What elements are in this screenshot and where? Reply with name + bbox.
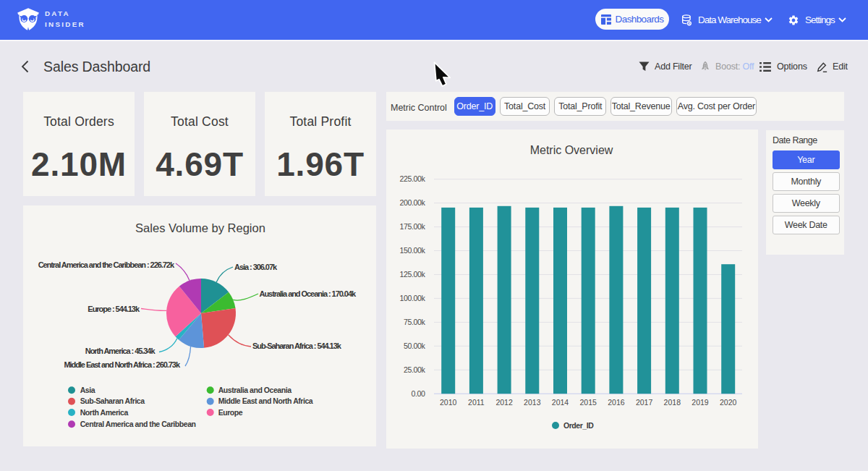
svg-text:2016: 2016 <box>608 398 625 407</box>
svg-text:2019: 2019 <box>692 398 709 407</box>
svg-text:125.00k: 125.00k <box>400 270 426 279</box>
svg-text:Metric Overview: Metric Overview <box>530 144 613 156</box>
svg-text:Middle East and North Africa :: Middle East and North Africa : 260.73k <box>64 360 181 369</box>
svg-text:2017: 2017 <box>636 398 653 407</box>
svg-text:2020: 2020 <box>720 398 737 407</box>
svg-text:Sub-Saharan Africa : 544.13k: Sub-Saharan Africa : 544.13k <box>252 341 342 350</box>
svg-text:100.00k: 100.00k <box>400 294 426 302</box>
svg-text:2012: 2012 <box>495 398 513 407</box>
svg-text:2011: 2011 <box>468 398 485 407</box>
svg-text:0.00: 0.00 <box>411 389 425 398</box>
svg-text:2010: 2010 <box>440 398 457 407</box>
svg-text:Central America and the Caribb: Central America and the Caribbean : 226.… <box>38 260 175 269</box>
svg-text:2014: 2014 <box>552 398 569 407</box>
svg-text:200.00k: 200.00k <box>400 198 426 207</box>
svg-text:2018: 2018 <box>664 398 681 407</box>
svg-text:175.00k: 175.00k <box>400 222 426 231</box>
svg-text:2015: 2015 <box>580 398 597 407</box>
svg-text:Middle East and North Africa: Middle East and North Africa <box>218 396 313 405</box>
svg-text:75.00k: 75.00k <box>404 318 426 326</box>
svg-text:50.00k: 50.00k <box>404 341 426 350</box>
svg-text:Sub-Saharan Africa: Sub-Saharan Africa <box>80 396 145 405</box>
svg-text:2013: 2013 <box>524 398 541 407</box>
svg-text:25.00k: 25.00k <box>404 365 426 374</box>
svg-text:Europe: Europe <box>218 408 243 417</box>
svg-text:Asia : 306.07k: Asia : 306.07k <box>234 263 278 271</box>
svg-text:Australia and Oceania : 170.04: Australia and Oceania : 170.04k <box>260 289 357 298</box>
svg-text:Order_ID: Order_ID <box>563 421 594 430</box>
svg-text:North America : 45.34k: North America : 45.34k <box>85 347 156 355</box>
svg-text:Central America and the Caribb: Central America and the Caribbean <box>80 420 196 428</box>
svg-text:Asia: Asia <box>80 386 95 394</box>
svg-text:150.00k: 150.00k <box>400 246 426 255</box>
svg-text:225.00k: 225.00k <box>400 174 426 183</box>
svg-text:Europe : 544.13k: Europe : 544.13k <box>88 305 140 313</box>
svg-text:Australia and Oceania: Australia and Oceania <box>218 386 292 394</box>
svg-text:North America: North America <box>80 408 129 417</box>
svg-text:Sales Volume by Region: Sales Volume by Region <box>135 221 265 234</box>
